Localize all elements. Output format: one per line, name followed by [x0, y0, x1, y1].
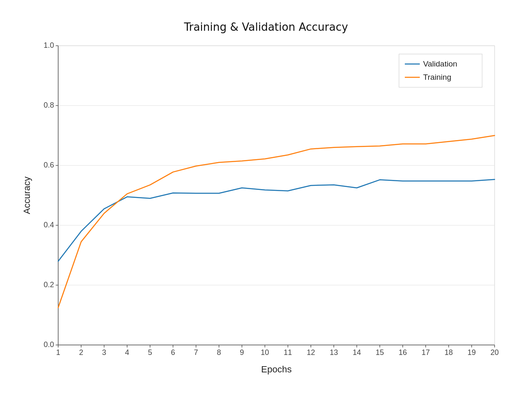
svg-text:5: 5: [148, 348, 152, 357]
svg-text:2: 2: [79, 348, 83, 357]
svg-text:15: 15: [376, 348, 384, 357]
chart-container: Training & Validation Accuracy 0.00.20.4…: [21, 17, 511, 382]
chart-area: 0.00.20.40.60.81.01234567891011121314151…: [21, 37, 511, 378]
svg-text:Validation: Validation: [423, 59, 457, 68]
svg-text:13: 13: [330, 348, 338, 357]
svg-text:20: 20: [490, 348, 499, 357]
svg-text:12: 12: [307, 348, 315, 357]
svg-text:18: 18: [444, 348, 453, 357]
svg-text:1.0: 1.0: [44, 41, 54, 49]
svg-text:10: 10: [261, 348, 269, 357]
svg-text:8: 8: [217, 348, 221, 357]
svg-rect-0: [58, 46, 495, 345]
svg-text:0.4: 0.4: [44, 221, 54, 229]
svg-text:6: 6: [171, 348, 175, 357]
svg-text:0.8: 0.8: [44, 101, 54, 109]
svg-text:0.2: 0.2: [44, 281, 54, 289]
svg-text:19: 19: [468, 348, 476, 357]
svg-text:0.0: 0.0: [44, 340, 54, 349]
svg-text:Training: Training: [423, 73, 451, 81]
svg-text:9: 9: [240, 348, 244, 357]
svg-rect-63: [399, 54, 482, 87]
svg-text:16: 16: [399, 348, 407, 357]
svg-text:17: 17: [421, 348, 430, 357]
svg-text:Accuracy: Accuracy: [22, 177, 32, 214]
main-chart-svg: 0.00.20.40.60.81.01234567891011121314151…: [21, 37, 511, 378]
svg-text:7: 7: [194, 348, 198, 357]
svg-text:11: 11: [284, 348, 292, 357]
svg-text:0.6: 0.6: [44, 161, 54, 169]
svg-text:1: 1: [56, 348, 60, 357]
svg-text:Epochs: Epochs: [261, 364, 291, 374]
svg-text:3: 3: [102, 348, 106, 357]
svg-text:14: 14: [352, 348, 361, 357]
chart-title: Training & Validation Accuracy: [21, 17, 511, 33]
svg-text:4: 4: [125, 348, 129, 357]
